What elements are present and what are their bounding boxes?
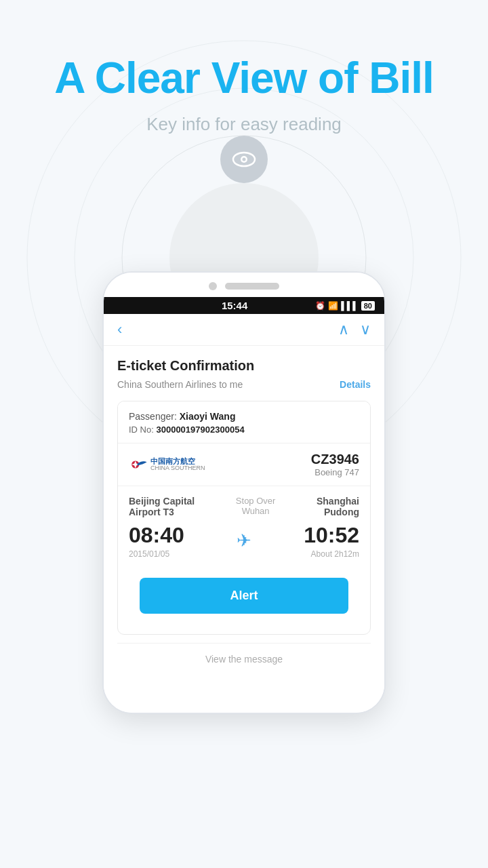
arrive-time: 10:52 <box>304 523 359 548</box>
route-bottom: 08:40 2015/01/05 ✈ 10:52 About 2h12m <box>129 523 359 559</box>
stopover-info: Stop Over Wuhan <box>236 496 276 516</box>
nav-up-button[interactable]: ∧ <box>338 321 349 338</box>
email-sender-row: China Southern Airlines to me Details <box>117 379 371 390</box>
details-link[interactable]: Details <box>340 379 371 390</box>
phone-top-bar <box>104 273 384 297</box>
email-title: E-ticket Confirmation <box>117 358 371 374</box>
aircraft-type: Boeing 747 <box>311 467 359 477</box>
alert-button-container: Alert <box>118 578 370 634</box>
svg-point-6 <box>243 158 246 161</box>
wifi-icon: 📶 <box>328 301 338 311</box>
flight-duration: About 2h12m <box>304 549 359 559</box>
depart-time: 08:40 <box>129 523 184 548</box>
status-icons: ⏰ 📶 ▌▌▌ 80 <box>315 301 375 311</box>
plane-icon: ✈ <box>237 530 251 551</box>
ticket-header: Passenger: Xiaoyi Wang ID No: 3000001979… <box>118 401 370 443</box>
origin-info: Beijing Capital Airport T3 <box>129 496 195 517</box>
eye-decoration <box>220 136 268 183</box>
view-message-row: View the message <box>117 643 371 676</box>
status-bar: 15:44 ⏰ 📶 ▌▌▌ 80 <box>104 297 384 314</box>
email-sender: China Southern Airlines to me <box>117 379 243 390</box>
view-message-text[interactable]: View the message <box>205 654 283 665</box>
arrive-info: 10:52 About 2h12m <box>304 523 359 559</box>
airline-name: 中国南方航空 CHINA SOUTHERN <box>150 457 205 472</box>
plane-middle: ✈ <box>237 530 251 551</box>
phone-mockup: 15:44 ⏰ 📶 ▌▌▌ 80 ‹ ∧ ∨ E-ticket Confirma… <box>102 271 386 714</box>
airline-logo: 中国南方航空 CHINA SOUTHERN <box>129 455 205 474</box>
signal-icon: ▌▌▌ <box>341 301 359 311</box>
speaker-bar <box>225 283 279 290</box>
flight-route: Beijing Capital Airport T3 Stop Over Wuh… <box>118 486 370 568</box>
id-number: 300000197902300054 <box>156 425 244 435</box>
id-info: ID No: 300000197902300054 <box>129 425 359 435</box>
passenger-info: Passenger: Xiaoyi Wang <box>129 411 359 422</box>
ticket-card: Passenger: Xiaoyi Wang ID No: 3000001979… <box>117 401 371 635</box>
flight-number: CZ3946 <box>311 452 359 467</box>
phone-frame: 15:44 ⏰ 📶 ▌▌▌ 80 ‹ ∧ ∨ E-ticket Confirma… <box>102 271 386 714</box>
battery-icon: 80 <box>361 301 375 311</box>
origin-airport: Beijing Capital <box>129 496 195 507</box>
airline-logo-svg <box>129 455 148 474</box>
destination-terminal: Pudong <box>317 507 359 517</box>
depart-date: 2015/01/05 <box>129 549 184 559</box>
depart-info: 08:40 2015/01/05 <box>129 523 184 559</box>
origin-terminal: Airport T3 <box>129 507 195 517</box>
passenger-label: Passenger: <box>129 411 177 422</box>
email-nav-bar: ‹ ∧ ∨ <box>104 314 384 346</box>
nav-down-button[interactable]: ∨ <box>360 321 371 338</box>
hero-title: A Clear View of Bill <box>0 54 488 102</box>
passenger-name: Xiaoyi Wang <box>180 411 236 422</box>
airline-english-name: CHINA SOUTHERN <box>150 465 205 472</box>
phone-bottom <box>104 686 384 713</box>
stopover-label: Stop Over <box>236 496 276 506</box>
destination-info: Shanghai Pudong <box>317 496 359 517</box>
route-top: Beijing Capital Airport T3 Stop Over Wuh… <box>129 496 359 517</box>
eye-icon <box>220 136 268 183</box>
back-button[interactable]: ‹ <box>117 321 122 338</box>
alert-button[interactable]: Alert <box>140 578 348 614</box>
alarm-icon: ⏰ <box>315 301 325 311</box>
destination-airport: Shanghai <box>317 496 359 507</box>
stopover-city: Wuhan <box>236 506 276 516</box>
flight-info-right: CZ3946 Boeing 747 <box>311 452 359 477</box>
nav-arrows: ∧ ∨ <box>338 321 371 338</box>
hero-subtitle: Key info for easy reading <box>0 114 488 135</box>
camera-dot <box>209 282 217 290</box>
id-label: ID No: <box>129 425 154 435</box>
status-time: 15:44 <box>154 300 315 311</box>
airline-row: 中国南方航空 CHINA SOUTHERN CZ3946 Boeing 747 <box>118 443 370 486</box>
email-content: E-ticket Confirmation China Southern Air… <box>104 346 384 686</box>
